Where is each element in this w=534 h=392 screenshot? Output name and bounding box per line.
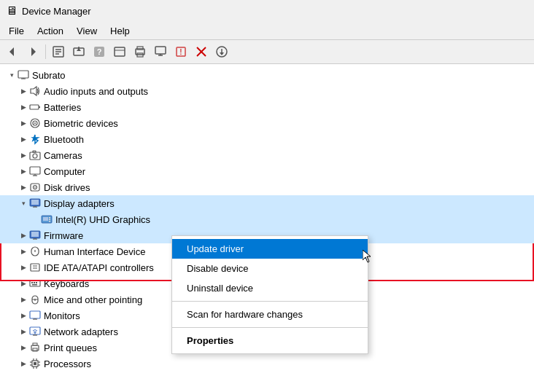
update-driver-button[interactable] (69, 42, 88, 61)
svg-rect-54 (31, 232, 39, 237)
expand-disk: ▶ (18, 181, 29, 193)
svg-marker-29 (31, 87, 36, 95)
menu-help[interactable]: Help (104, 24, 136, 38)
svg-point-36 (33, 154, 37, 158)
expand-computer: ▶ (18, 165, 29, 177)
svg-rect-15 (137, 47, 143, 50)
expand-icon-root: ▾ (6, 69, 18, 81)
toolbar: ? ! (0, 39, 534, 64)
app-icon: 🖥 (6, 4, 18, 17)
unknown-device-button[interactable]: ! (171, 42, 190, 61)
processors-icon (29, 358, 41, 369)
svg-point-34 (34, 122, 36, 124)
svg-rect-49 (43, 217, 48, 221)
tree-root[interactable]: ▾ Subrato (0, 67, 534, 83)
batteries-icon (29, 101, 41, 113)
display-button[interactable] (151, 42, 170, 61)
expand-mice: ▶ (18, 294, 29, 305)
remove-button[interactable] (192, 42, 211, 61)
batteries-label: Batteries (44, 102, 81, 113)
menu-action[interactable]: Action (31, 24, 69, 38)
svg-rect-16 (155, 47, 166, 54)
print-label: Print queues (44, 342, 97, 353)
expand-firmware: ▶ (18, 230, 29, 241)
tree-item-computer[interactable]: ▶ Computer (0, 163, 534, 179)
bluetooth-label: Bluetooth (44, 134, 84, 145)
monitors-icon (29, 310, 41, 321)
bluetooth-icon (29, 133, 41, 145)
scan-label: Scan for hardware changes (187, 309, 303, 320)
expand-ide: ▶ (18, 262, 29, 273)
tree-item-biometric[interactable]: ▶ Biometric devices (0, 115, 534, 131)
svg-rect-11 (115, 47, 125, 56)
tree-item-gpu[interactable]: ▶ Intel(R) UHD Graphics (0, 211, 534, 227)
context-menu-uninstall[interactable]: Uninstall device (172, 278, 368, 298)
forward-button[interactable] (23, 42, 42, 61)
tree-item-cameras[interactable]: ▶ Cameras (0, 147, 534, 163)
app-title: Device Manager (22, 6, 91, 17)
tree-item-batteries[interactable]: ▶ Batteries (0, 99, 534, 115)
properties-button[interactable] (49, 42, 68, 61)
update-driver-label: Update driver (187, 243, 244, 254)
gpu-label: Intel(R) UHD Graphics (55, 214, 150, 225)
expand-processors: ▶ (18, 358, 29, 369)
svg-rect-63 (31, 282, 33, 283)
context-menu: Update driver Disable device Uninstall d… (171, 235, 368, 354)
svg-rect-37 (33, 151, 36, 152)
expand-biometric: ▶ (18, 117, 29, 129)
cameras-icon (29, 149, 41, 161)
tree-item-display[interactable]: ▾ Display adapters (0, 195, 534, 211)
hid-label: Human Interface Device (44, 246, 145, 257)
audio-icon (29, 85, 41, 97)
context-menu-disable[interactable]: Disable device (172, 259, 368, 278)
disk-label: Disk drives (44, 182, 90, 193)
svg-point-76 (34, 332, 36, 334)
menu-view[interactable]: View (71, 24, 103, 38)
gpu-icon (41, 213, 53, 225)
toolbar-sep-1 (45, 44, 46, 59)
svg-marker-1 (31, 47, 36, 56)
svg-marker-0 (9, 47, 14, 56)
keyboards-label: Keyboards (44, 278, 89, 289)
svg-rect-52 (49, 221, 50, 222)
tree-item-audio[interactable]: ▶ Audio inputs and outputs (0, 83, 534, 99)
uninstall-label: Uninstall device (187, 283, 253, 294)
help-button[interactable]: ? (90, 42, 109, 61)
ide-label: IDE ATA/ATAPI controllers (44, 262, 154, 273)
download-button[interactable] (212, 42, 231, 61)
context-menu-sep-2 (172, 327, 368, 328)
audio-label: Audio inputs and outputs (44, 86, 148, 97)
expand-display: ▾ (18, 197, 29, 209)
tree-item-disk[interactable]: ▶ Disk drives (0, 179, 534, 195)
svg-rect-26 (18, 71, 28, 78)
menu-file[interactable]: File (3, 24, 30, 38)
processors-label: Processors (44, 358, 91, 369)
monitors-label: Monitors (44, 310, 80, 321)
firmware-label: Firmware (44, 230, 83, 241)
svg-text:!: ! (179, 48, 182, 56)
keyboards-icon (29, 278, 41, 289)
properties-label: Properties (187, 335, 233, 346)
expand-print: ▶ (18, 342, 29, 353)
svg-rect-31 (39, 106, 40, 108)
biometric-label: Biometric devices (44, 118, 118, 129)
svg-rect-70 (30, 311, 40, 318)
context-menu-update-driver[interactable]: Update driver (172, 239, 368, 259)
svg-rect-38 (30, 167, 40, 174)
context-menu-scan[interactable]: Scan for hardware changes (172, 305, 368, 324)
view-button[interactable] (110, 42, 129, 61)
network-label: Network adapters (44, 326, 118, 337)
tree-item-processors[interactable]: ▶ Processors (0, 356, 534, 372)
context-menu-properties[interactable]: Properties (172, 331, 368, 350)
computer-label: Computer (44, 166, 85, 177)
tree-item-bluetooth[interactable]: ▶ Bluetooth (0, 131, 534, 147)
svg-rect-66 (32, 284, 37, 286)
back-button[interactable] (3, 42, 22, 61)
menu-bar: File Action View Help (0, 22, 534, 39)
title-bar: 🖥 Device Manager (0, 0, 534, 22)
expand-batteries: ▶ (18, 101, 29, 113)
display-icon (29, 197, 41, 209)
svg-rect-59 (31, 264, 39, 271)
print-button[interactable] (131, 42, 150, 61)
computer-item-icon (29, 165, 41, 177)
